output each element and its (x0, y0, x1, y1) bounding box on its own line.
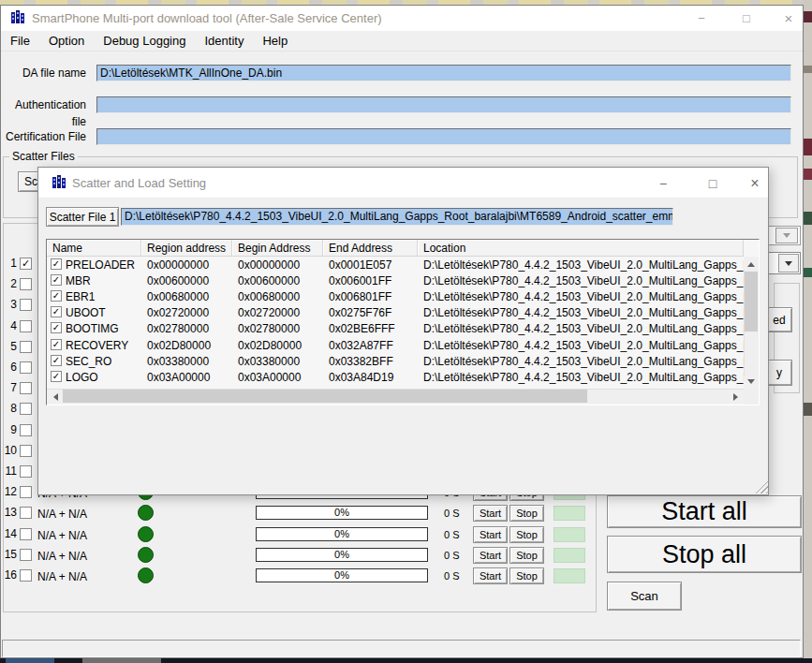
row-checkbox[interactable]: ✓ (51, 306, 62, 317)
combo-dropdown-icon[interactable] (778, 254, 799, 273)
desktop-fragment (804, 212, 812, 225)
start-all-button[interactable]: Start all (607, 495, 802, 528)
row-checkbox[interactable]: ✓ (51, 339, 62, 350)
row-checkbox[interactable]: ✓ (51, 322, 62, 333)
start-button[interactable]: Start (473, 505, 508, 522)
location-path: D:\Letöltések\P780_4.4.2_1503_VibeUI_2.0… (423, 322, 744, 335)
dialog-app-icon (52, 175, 66, 190)
port-checkbox[interactable] (20, 528, 32, 540)
port-checkbox[interactable] (20, 445, 32, 457)
horizontal-scroll-thumb[interactable] (63, 390, 587, 403)
stop-button[interactable]: Stop (509, 567, 544, 584)
start-button[interactable]: Start (473, 567, 508, 584)
col-header-begin[interactable]: Begin Address (232, 240, 323, 257)
port-number: 8 (2, 402, 17, 415)
stop-all-button[interactable]: Stop all (607, 536, 802, 573)
scroll-down-icon[interactable] (744, 376, 759, 389)
table-row[interactable]: ✓BOOTIMG0x027800000x027800000x02BE6FFFD:… (47, 320, 744, 336)
desktop-fragment (804, 139, 812, 155)
start-button[interactable]: Start (473, 547, 508, 564)
location-path: D:\Letöltések\P780_4.4.2_1503_VibeUI_2.0… (423, 290, 744, 303)
stop-button[interactable]: Stop (509, 547, 544, 564)
desktop-fragment (804, 403, 812, 416)
region-address: 0x03A00000 (147, 371, 210, 384)
port-checkbox[interactable] (20, 361, 32, 374)
authentication-file-field[interactable] (96, 96, 791, 113)
menu-option[interactable]: Option (39, 31, 94, 51)
scroll-up-icon[interactable] (744, 257, 759, 270)
port-number: 5 (2, 340, 17, 353)
partition-name: PRELOADER (66, 258, 135, 272)
port-checkbox[interactable] (20, 341, 32, 353)
right-button-fragment[interactable]: ed (766, 307, 792, 332)
table-row[interactable]: ✓MBR0x006000000x006000000x006001FFD:\Let… (47, 273, 744, 288)
port-checkbox[interactable] (20, 486, 32, 498)
row-checkbox[interactable]: ✓ (51, 290, 62, 302)
port-checkbox[interactable]: ✓ (20, 258, 32, 270)
port-checkbox[interactable] (20, 382, 32, 394)
stop-button[interactable]: Stop (509, 505, 544, 522)
dialog-maximize-icon[interactable]: □ (697, 168, 729, 199)
combo-dropdown-icon[interactable] (775, 228, 798, 243)
menu-identity[interactable]: Identity (195, 31, 253, 51)
certification-file-field[interactable] (96, 128, 791, 145)
scroll-left-icon[interactable] (47, 390, 62, 404)
minimize-icon[interactable]: − (685, 6, 718, 31)
scroll-right-icon[interactable] (729, 390, 744, 404)
table-row[interactable]: ✓SEC_RO0x033800000x033800000x03382BFFD:\… (47, 353, 744, 369)
begin-address: 0x02780000 (238, 322, 300, 335)
port-number: 16 (2, 568, 17, 582)
scatter-file-1-button[interactable]: Scatter File 1 (46, 207, 119, 227)
port-checkbox[interactable] (20, 465, 32, 478)
port-checkbox[interactable] (20, 507, 32, 519)
begin-address: 0x02D80000 (238, 339, 302, 352)
port-type-label: N/A + N/A (37, 529, 87, 542)
port-checkbox[interactable] (20, 549, 32, 561)
dialog-minimize-icon[interactable]: − (647, 168, 679, 199)
dialog-close-icon[interactable]: × (739, 168, 771, 199)
port-number: 13 (2, 506, 17, 519)
end-address: 0x006801FF (329, 290, 391, 303)
port-checkbox[interactable] (20, 299, 32, 311)
stop-button[interactable]: Stop (509, 526, 544, 543)
table-row[interactable]: ✓LOGO0x03A000000x03A000000x03A84D19D:\Le… (47, 369, 744, 385)
col-header-end[interactable]: End Address (323, 240, 418, 257)
port-checkbox[interactable] (20, 403, 32, 415)
da-file-label: DA file name (0, 65, 86, 81)
port-checkbox[interactable] (20, 278, 32, 290)
start-button[interactable]: Start (473, 526, 508, 543)
table-row[interactable]: ✓UBOOT0x027200000x027200000x0275F76FD:\L… (47, 304, 744, 320)
region-address: 0x00000000 (147, 258, 209, 272)
table-row[interactable]: ✓PRELOADER0x000000000x000000000x0001E057… (47, 257, 744, 273)
status-led (138, 547, 154, 563)
time-label: 0 S (444, 550, 460, 561)
vertical-scroll-thumb[interactable] (745, 272, 758, 332)
menu-file[interactable]: File (1, 31, 39, 51)
port-number: 2 (2, 277, 17, 290)
port-checkbox[interactable] (20, 424, 32, 436)
menu-help[interactable]: Help (253, 31, 297, 51)
col-header-region[interactable]: Region address (141, 240, 232, 257)
scatter-path-field[interactable]: D:\Letöltések\P780_4.4.2_1503_VibeUI_2.0… (121, 208, 673, 226)
scan-button[interactable]: Scan (607, 582, 682, 611)
row-checkbox[interactable]: ✓ (51, 371, 62, 382)
menu-debug-logging[interactable]: Debug Logging (94, 31, 195, 51)
partition-name: MBR (66, 274, 91, 287)
table-row[interactable]: ✓RECOVERY0x02D800000x02D800000x032A87FFD… (47, 337, 744, 353)
row-checkbox[interactable]: ✓ (51, 274, 62, 286)
table-row[interactable]: ✓EBR10x006800000x006800000x006801FFD:\Le… (47, 288, 744, 304)
col-header-name[interactable]: Name (47, 240, 141, 257)
row-checkbox[interactable]: ✓ (51, 258, 62, 270)
location-path: D:\Letöltések\P780_4.4.2_1503_VibeUI_2.0… (423, 371, 744, 384)
resize-grip[interactable] (751, 478, 768, 494)
port-checkbox[interactable] (20, 320, 32, 332)
port-checkbox[interactable] (20, 569, 32, 582)
time-label: 0 S (444, 508, 460, 519)
da-file-field[interactable]: D:\Letöltések\MTK_AllInOne_DA.bin (96, 65, 791, 81)
maximize-icon[interactable]: □ (730, 6, 763, 31)
port-number: 15 (2, 548, 17, 561)
row-checkbox[interactable]: ✓ (51, 355, 62, 366)
right-button-fragment[interactable]: y (766, 360, 792, 386)
close-icon[interactable]: × (772, 6, 805, 31)
col-header-location[interactable]: Location (418, 240, 744, 257)
